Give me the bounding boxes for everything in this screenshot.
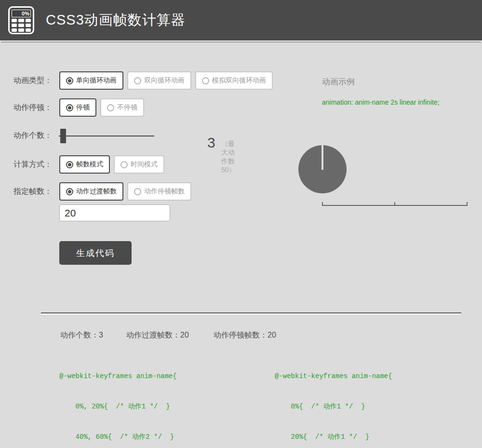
code-line: @-webkit-keyframes anim-name{ <box>59 371 178 381</box>
action-count-row: 动作个数： 3 （最大动作数50） <box>13 126 235 145</box>
pause-row: 动作停顿： 停顿 不停顿 <box>13 98 144 117</box>
anim-type-option-twoway[interactable]: 双向循环动画 <box>127 71 191 90</box>
preview-title: 动画示例 <box>322 76 355 87</box>
radio-icon <box>66 161 73 168</box>
frame-spec-option-transition[interactable]: 动作过渡帧数 <box>59 182 123 201</box>
result-summary: 动作个数：3 动作过渡帧数：20 动作停顿帧数：20 <box>0 330 482 340</box>
anim-type-row: 动画类型： 单向循环动画 双向循环动画 模拟双向循环动画 <box>13 71 273 90</box>
anim-type-option-oneway[interactable]: 单向循环动画 <box>59 71 123 90</box>
summary-action-count: 动作个数：3 <box>60 330 103 340</box>
option-label: 时间模式 <box>131 160 158 169</box>
action-count-label: 动作个数： <box>13 131 59 141</box>
option-label: 模拟双向循环动画 <box>212 76 266 85</box>
action-count-slider-track[interactable]: 3 （最大动作数50） <box>59 136 154 136</box>
frame-spec-row: 指定帧数： 动作过渡帧数 动作停顿帧数 <box>13 182 191 201</box>
pause-option-pause[interactable]: 停顿 <box>59 98 96 117</box>
option-label: 单向循环动画 <box>76 76 117 85</box>
pause-label: 动作停顿： <box>13 103 59 113</box>
action-count-slider-handle[interactable] <box>60 129 66 143</box>
keyframes-code-expanded: @-webkit-keyframes anim-name{ 0%{ /* 动作1… <box>275 351 392 448</box>
calculator-icon: 0% <box>8 6 34 34</box>
code-line: 0%, 20%{ /* 动作1 */ } <box>59 402 178 412</box>
keyframes-code-compact: @-webkit-keyframes anim-name{ 0%, 20%{ /… <box>59 351 178 448</box>
frame-spec-options: 动作过渡帧数 动作停顿帧数 <box>59 182 191 201</box>
timeline-ruler-midtick <box>394 202 395 205</box>
generate-code-button[interactable]: 生成代码 <box>59 241 132 265</box>
calculator-icon-display: 0% <box>12 10 31 17</box>
option-label: 动作过渡帧数 <box>76 187 117 196</box>
frame-count-input[interactable] <box>59 204 170 221</box>
code-line: 0%{ /* 动作1 */ } <box>275 402 392 412</box>
page-title: CSS3动画帧数计算器 <box>46 11 186 30</box>
radio-icon <box>120 161 128 168</box>
frame-spec-option-pause[interactable]: 动作停顿帧数 <box>127 182 191 201</box>
radio-icon <box>134 77 141 84</box>
radio-icon <box>66 77 73 84</box>
option-label: 帧数模式 <box>76 160 103 169</box>
option-label: 不停顿 <box>117 103 137 112</box>
calc-mode-option-time[interactable]: 时间模式 <box>114 155 164 174</box>
code-line: @-webkit-keyframes anim-name{ <box>275 371 392 381</box>
animation-demo-circle <box>298 145 347 193</box>
calc-mode-options: 帧数模式 时间模式 <box>59 155 164 174</box>
frame-spec-label: 指定帧数： <box>13 187 59 197</box>
timeline-ruler <box>322 202 468 206</box>
calc-mode-row: 计算方式： 帧数模式 时间模式 <box>13 155 164 174</box>
calc-mode-option-frames[interactable]: 帧数模式 <box>59 155 110 174</box>
option-label: 动作停顿帧数 <box>144 187 185 196</box>
app-header: 0% CSS3动画帧数计算器 <box>0 0 482 41</box>
circle-pointer <box>321 145 323 170</box>
radio-icon <box>66 104 73 111</box>
action-count-value: 3 <box>207 135 215 151</box>
pause-option-nopause[interactable]: 不停顿 <box>100 98 144 117</box>
calculator-icon-keys <box>12 19 31 32</box>
anim-type-label: 动画类型： <box>13 76 59 86</box>
summary-pause-frames: 动作停顿帧数：20 <box>214 330 276 340</box>
action-count-hint: （最大动作数50） <box>221 140 236 175</box>
code-line: 40%, 60%{ /* 动作2 */ } <box>59 432 178 442</box>
calc-mode-label: 计算方式： <box>13 160 59 170</box>
radio-icon <box>134 188 141 195</box>
radio-icon <box>107 104 114 111</box>
option-label: 双向循环动画 <box>144 76 185 85</box>
anim-type-option-simulated-twoway[interactable]: 模拟双向循环动画 <box>195 71 273 90</box>
summary-transition-frames: 动作过渡帧数：20 <box>126 330 189 340</box>
radio-icon <box>202 77 209 84</box>
pause-options: 停顿 不停顿 <box>59 98 144 117</box>
code-line: 20%{ /* 动作1 */ } <box>275 432 392 442</box>
anim-type-options: 单向循环动画 双向循环动画 模拟双向循环动画 <box>59 71 273 90</box>
radio-icon <box>66 188 73 195</box>
option-label: 停顿 <box>76 103 90 112</box>
section-divider <box>41 312 461 314</box>
page: 0% CSS3动画帧数计算器 动画类型： 单向循环动画 双向循环动画 模拟双向循… <box>0 0 482 448</box>
preview-css-rule: animation: anim-name 2s linear infinite; <box>322 98 440 106</box>
